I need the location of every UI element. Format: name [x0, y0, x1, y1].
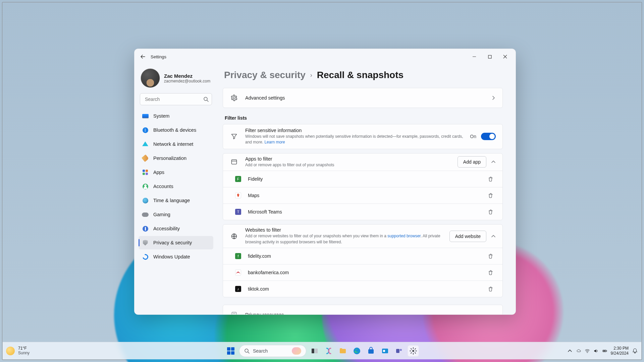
svg-point-9	[354, 348, 360, 354]
edge-button[interactable]	[351, 345, 363, 357]
apps-filter-title: Apps to filter	[245, 156, 451, 162]
sidebar-item-windows-update[interactable]: Windows Update	[139, 250, 213, 263]
websites-filter-card: Websites to filter Add or remove website…	[223, 224, 503, 297]
apps-filter-header[interactable]: Apps to filter Add or remove apps to fil…	[223, 154, 502, 171]
privacy-resources-card[interactable]: Privacy resources	[223, 305, 503, 314]
delete-app-button[interactable]	[486, 190, 496, 200]
person-icon	[143, 184, 148, 189]
sidebar-item-label: Gaming	[153, 212, 170, 217]
add-website-button[interactable]: Add website	[449, 231, 486, 242]
sidebar-item-label: Privacy & security	[153, 240, 192, 245]
profile-email: zacmendez@outlook.com	[164, 79, 210, 83]
site-name: bankofamerica.com	[248, 270, 289, 275]
wifi-icon	[585, 348, 590, 354]
back-button[interactable]	[137, 51, 149, 62]
taskbar-center: Search	[225, 345, 419, 357]
site-row-bankofamerica: bankofamerica.com	[223, 264, 502, 281]
globe-clock-icon	[143, 198, 148, 203]
delete-site-button[interactable]	[486, 267, 496, 278]
sun-icon	[6, 347, 15, 355]
sidebar-item-network[interactable]: Network & internet	[139, 137, 213, 151]
sidebar-search[interactable]	[140, 93, 212, 105]
sidebar-item-label: Accessibility	[153, 226, 180, 231]
bluetooth-icon: ᛒ	[143, 127, 148, 133]
trash-icon	[488, 253, 493, 259]
app-icon: F	[235, 176, 241, 182]
titlebar: Settings	[135, 49, 516, 64]
gear-icon	[409, 347, 417, 355]
sidebar-item-privacy[interactable]: Privacy & security	[139, 236, 213, 249]
add-app-button[interactable]: Add app	[458, 156, 486, 168]
outlook-button[interactable]	[379, 345, 391, 357]
taskbar-clock[interactable]: 2:30 PM 9/24/2024	[611, 346, 629, 356]
settings-taskbar-button[interactable]	[408, 345, 419, 357]
task-view-button[interactable]	[309, 345, 320, 357]
window-maximize-button[interactable]	[482, 51, 497, 62]
paintbrush-icon	[142, 155, 149, 162]
delete-site-button[interactable]	[486, 251, 496, 261]
websites-filter-header[interactable]: Websites to filter Add or remove website…	[223, 225, 502, 248]
advanced-settings-card[interactable]: Advanced settings	[223, 88, 503, 108]
content-area: Privacy & security › Recall & snapshots …	[217, 64, 516, 314]
sidebar-item-label: Windows Update	[153, 254, 190, 259]
sidebar-item-accessibility[interactable]: Accessibility	[139, 222, 213, 235]
sidebar-item-system[interactable]: System	[139, 109, 213, 123]
svg-point-3	[238, 194, 238, 195]
sidebar-item-label: Accounts	[153, 184, 173, 189]
clock-date: 9/24/2024	[611, 351, 629, 356]
delete-app-button[interactable]	[486, 174, 496, 184]
wifi-icon	[142, 141, 148, 146]
sidebar-item-apps[interactable]: Apps	[139, 166, 213, 179]
filter-sensitive-toggle[interactable]	[481, 133, 496, 140]
chevron-up-icon	[567, 348, 573, 354]
breadcrumb-parent[interactable]: Privacy & security	[224, 70, 306, 80]
window-minimize-button[interactable]	[467, 51, 482, 62]
store-icon	[367, 347, 375, 355]
search-input[interactable]	[140, 93, 212, 105]
sidebar-item-gaming[interactable]: Gaming	[139, 208, 213, 221]
system-tray[interactable]	[567, 348, 607, 354]
store-button[interactable]	[365, 345, 377, 357]
chevron-right-icon: ›	[310, 72, 312, 79]
copilot-button[interactable]	[323, 345, 334, 357]
close-icon	[503, 55, 507, 59]
volume-icon	[593, 348, 599, 354]
learn-more-link[interactable]: Learn more	[264, 140, 285, 144]
trash-icon	[488, 176, 493, 182]
sidebar-item-personalization[interactable]: Personalization	[139, 152, 213, 165]
svg-rect-2	[232, 160, 237, 164]
delete-app-button[interactable]	[486, 207, 496, 217]
taskbar-weather[interactable]: 71°F Sunny	[6, 346, 30, 356]
monitor-icon	[142, 114, 149, 118]
resources-icon	[230, 311, 238, 314]
sidebar-item-time-language[interactable]: Time & language	[139, 194, 213, 207]
svg-point-16	[587, 352, 588, 353]
notifications-button[interactable]	[632, 348, 638, 354]
avatar	[141, 68, 160, 88]
supported-browser-link[interactable]: supported browser	[387, 234, 421, 238]
search-icon	[244, 348, 250, 354]
window-close-button[interactable]	[497, 51, 513, 62]
sidebar-item-label: Bluetooth & devices	[153, 127, 196, 133]
outlook-icon	[381, 347, 389, 355]
chevron-up-icon	[491, 160, 496, 164]
app-name: Microsoft Teams	[248, 209, 282, 215]
edge-icon	[353, 347, 361, 355]
sidebar-item-accounts[interactable]: Accounts	[139, 180, 213, 193]
filter-lists-label: Filter lists	[225, 115, 503, 121]
file-explorer-button[interactable]	[337, 345, 348, 357]
sidebar-item-bluetooth[interactable]: ᛒBluetooth & devices	[139, 123, 213, 137]
update-icon	[141, 253, 149, 260]
teams-button[interactable]	[393, 345, 405, 357]
window-title: Settings	[151, 54, 166, 59]
trash-icon	[488, 286, 493, 292]
shield-icon	[143, 240, 148, 246]
profile-block[interactable]: Zac Mendez zacmendez@outlook.com	[139, 67, 213, 93]
sidebar-item-label: Apps	[153, 170, 164, 175]
site-row-tiktok: ♪ tiktok.com	[223, 281, 502, 297]
taskbar-search[interactable]: Search	[239, 345, 306, 357]
app-icon: T	[235, 209, 241, 215]
filter-sensitive-title: Filter sensitive information	[245, 128, 463, 133]
delete-site-button[interactable]	[486, 284, 496, 294]
start-button[interactable]	[225, 345, 236, 357]
